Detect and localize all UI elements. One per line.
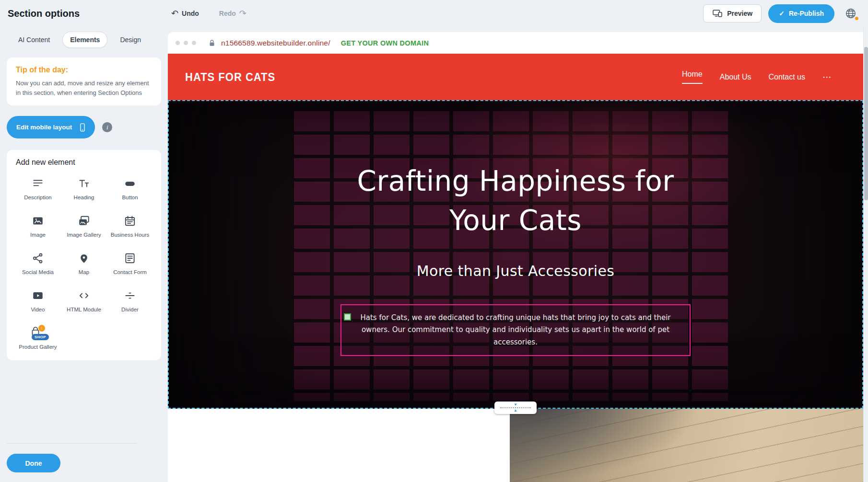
heading-icon	[78, 177, 90, 190]
element-label: Heading	[74, 194, 94, 202]
add-element-video[interactable]: Video	[16, 287, 60, 318]
button-icon	[124, 177, 136, 190]
panel-tabs: AI Content Elements Design	[0, 27, 168, 54]
add-new-element-card: Add new element Description Heading Butt…	[7, 150, 161, 360]
share-icon	[32, 252, 44, 265]
lock-icon	[208, 39, 216, 47]
add-element-html-module[interactable]: HTML Module	[62, 287, 106, 318]
redo-icon: ↷	[239, 8, 246, 19]
phone-icon	[78, 121, 87, 134]
add-element-heading[interactable]: Heading	[62, 174, 106, 206]
get-your-own-domain-link[interactable]: GET YOUR OWN DOMAIN	[341, 39, 429, 47]
topbar-actions: Preview ✓ Re-Publish	[703, 4, 860, 23]
edit-mobile-layout-button[interactable]: Edit mobile layout	[7, 116, 95, 138]
topbar: Section options ↶ Undo Redo ↷ Preview ✓ …	[0, 0, 868, 27]
section-options-panel: AI Content Elements Design Tip of the da…	[0, 27, 168, 482]
element-label: Image	[30, 231, 46, 239]
code-icon	[78, 289, 90, 302]
image-icon	[32, 214, 44, 228]
page-scrollbar[interactable]	[863, 27, 868, 482]
tab-design[interactable]: Design	[112, 32, 149, 48]
arrow-down-icon: ▼	[514, 403, 517, 407]
add-element-divider[interactable]: Divider	[108, 287, 152, 318]
undo-label: Undo	[182, 10, 199, 17]
element-label: Divider	[121, 306, 139, 314]
sidebar-divider	[7, 443, 137, 444]
preview-button[interactable]: Preview	[703, 4, 762, 23]
element-label: Business Hours	[111, 231, 150, 239]
element-label: Product Gallery	[19, 344, 57, 351]
undo-button[interactable]: ↶ Undo	[168, 8, 202, 19]
divider-icon	[124, 289, 136, 302]
devices-icon	[712, 9, 723, 18]
editor-canvas: n1566589.websitebuilder.online/ GET YOUR…	[168, 27, 868, 482]
map-pin-icon	[78, 252, 90, 265]
republish-label: Re-Publish	[789, 10, 824, 17]
add-element-button[interactable]: Button	[108, 174, 152, 206]
shop-icon: ↑ SHOP	[30, 326, 46, 340]
hero-section-selected[interactable]: Crafting Happiness for Your Cats More th…	[168, 100, 863, 409]
redo-label: Redo	[219, 10, 236, 17]
add-element-map[interactable]: Map	[62, 249, 106, 281]
undo-icon: ↶	[171, 8, 178, 19]
tab-elements[interactable]: Elements	[62, 32, 107, 48]
form-icon	[124, 252, 136, 265]
hero-subtitle[interactable]: More than Just Accessories	[169, 263, 862, 279]
window-dots	[176, 41, 196, 45]
scrollbar-thumb[interactable]	[864, 47, 868, 200]
add-element-description[interactable]: Description	[16, 174, 60, 206]
hero-title[interactable]: Crafting Happiness for Your Cats	[169, 161, 862, 241]
section-height-handle[interactable]: ▼ ▲	[494, 402, 537, 414]
text-lines-icon	[32, 177, 44, 190]
hero-paragraph: Hats for Cats, we are dedicated to craft…	[354, 312, 677, 349]
redo-button[interactable]: Redo ↷	[216, 8, 249, 19]
undo-redo-group: ↶ Undo Redo ↷	[168, 8, 249, 19]
site-header: HATS FOR CATS Home About Us Contact us ⋯	[168, 54, 863, 100]
element-label: Map	[79, 269, 89, 276]
notification-dot	[855, 17, 858, 20]
nav-contact-us[interactable]: Contact us	[769, 73, 805, 81]
edit-mobile-row: Edit mobile layout i	[7, 116, 161, 138]
paving-photo	[510, 409, 863, 482]
window-dot	[176, 41, 180, 45]
hero-title-line1: Crafting Happiness for	[357, 165, 674, 197]
hero-title-line2: Your Cats	[449, 204, 582, 237]
selected-paragraph-element[interactable]: Hats for Cats, we are dedicated to craft…	[340, 304, 691, 356]
element-label: Button	[122, 194, 138, 202]
calendar-icon	[124, 214, 136, 228]
browser-chrome: n1566589.websitebuilder.online/ GET YOUR…	[168, 32, 863, 54]
element-label: HTML Module	[67, 306, 101, 314]
add-element-image-gallery[interactable]: Image Gallery	[62, 212, 106, 243]
republish-button[interactable]: ✓ Re-Publish	[768, 4, 834, 23]
next-section[interactable]	[168, 409, 863, 482]
page-title: Section options	[8, 8, 80, 19]
add-element-social-media[interactable]: Social Media	[16, 249, 60, 281]
window-dot	[184, 41, 188, 45]
done-button[interactable]: Done	[7, 454, 60, 472]
site-preview: HATS FOR CATS Home About Us Contact us ⋯…	[168, 54, 863, 482]
add-element-image[interactable]: Image	[16, 212, 60, 243]
nav-about-us[interactable]: About Us	[720, 73, 751, 81]
add-element-product-gallery[interactable]: ↑ SHOP Product Gallery	[16, 324, 60, 356]
window-dot	[192, 41, 196, 45]
nav-more-icon[interactable]: ⋯	[822, 71, 833, 82]
site-url: n1566589.websitebuilder.online/	[221, 39, 330, 47]
tip-title: Tip of the day:	[16, 66, 152, 74]
tab-ai-content[interactable]: AI Content	[11, 32, 58, 48]
info-icon[interactable]: i	[102, 122, 112, 132]
add-element-business-hours[interactable]: Business Hours	[108, 212, 152, 243]
element-grid: Description Heading Button	[16, 174, 152, 356]
nav-home[interactable]: Home	[682, 70, 703, 84]
element-label: Social Media	[22, 269, 54, 276]
shop-badge-dot: ↑	[38, 325, 45, 332]
element-label: Video	[31, 306, 45, 314]
add-element-contact-form[interactable]: Contact Form	[108, 249, 152, 281]
add-new-element-title: Add new element	[16, 158, 152, 167]
language-globe-button[interactable]	[841, 4, 860, 23]
hero-content: Crafting Happiness for Your Cats More th…	[169, 101, 862, 356]
edit-mobile-label: Edit mobile layout	[16, 124, 72, 131]
preview-label: Preview	[727, 10, 752, 17]
shop-badge: SHOP	[32, 334, 49, 340]
element-drag-handle[interactable]	[344, 313, 351, 321]
site-logo[interactable]: HATS FOR CATS	[185, 70, 275, 83]
